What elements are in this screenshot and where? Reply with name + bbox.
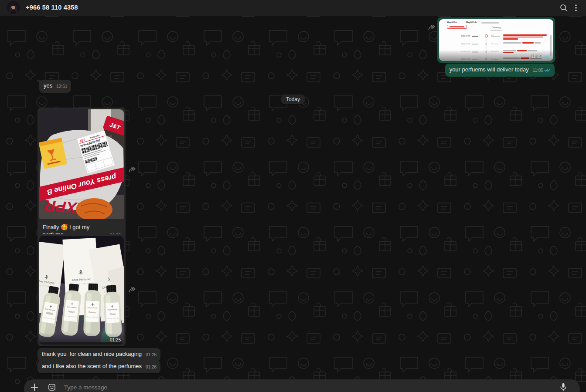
chat-header: +966 58 110 4358: [0, 0, 586, 16]
contact-phone-number[interactable]: +966 58 110 4358: [26, 4, 78, 11]
timestamp: 01:26: [146, 352, 157, 358]
package-photo-art: press Your Online B EXPR J&T J: [39, 109, 124, 219]
forward-message-icon[interactable]: [128, 165, 136, 174]
timestamp: 11:05: [533, 68, 551, 74]
message-text: yes: [44, 82, 52, 90]
message-text: thank you for clean and nice packaging: [42, 351, 142, 358]
tracking-tab-underline: [491, 30, 502, 31]
tracking-row: 2025-07-19 Delivering: [439, 34, 553, 41]
kebab-menu-icon[interactable]: [571, 3, 581, 13]
attach-plus-icon[interactable]: [29, 382, 40, 392]
bottle-label-name: Poison: [89, 311, 96, 314]
message-delivery-note[interactable]: your perfuems will deliver today 11:05: [445, 64, 555, 77]
tracking-description-bars: [503, 42, 548, 44]
message-input[interactable]: [64, 384, 554, 391]
timestamp: 01:25: [110, 337, 121, 343]
date-divider: Today: [281, 95, 305, 104]
message-package-photo[interactable]: press Your Online B EXPR J&T J: [37, 108, 126, 243]
tracking-center-status: Delivering: [439, 27, 553, 29]
bottle-label-brand: Chez Perfumer: [88, 307, 98, 309]
perfume-photo-image[interactable]: Chez Perfumer EAU DE PARFUM Chez Perfume…: [39, 236, 124, 345]
microphone-icon[interactable]: [558, 382, 569, 392]
timestamp: 01:26: [146, 364, 157, 370]
waybill-list-tab: Waybill list: [447, 21, 457, 24]
message-yes[interactable]: yes 12:51: [39, 80, 71, 93]
read-double-tick-icon: [544, 54, 550, 59]
message-thanks-packaging[interactable]: thank you for clean and nice packaging 0…: [37, 348, 160, 361]
avatar-photo: [7, 1, 20, 14]
tracking-row: 2025-07-19 In transit: [439, 41, 553, 48]
tracking-screenshot-image[interactable]: Waybill list Waybill Info Delivering 202…: [439, 19, 553, 61]
forward-message-icon[interactable]: [427, 23, 436, 32]
message-text: your perfuems will deliver today: [450, 66, 529, 74]
read-double-tick-icon: [544, 68, 551, 72]
tracking-date: 2025-07-19: [461, 35, 470, 37]
forward-message-icon[interactable]: [128, 285, 136, 294]
message-time-overlay: 11:05: [531, 54, 550, 59]
timestamp: 12:51: [56, 84, 67, 90]
message-tracking-screenshot[interactable]: Waybill list Waybill Info Delivering 202…: [437, 17, 555, 63]
tracking-status: Delivering: [491, 35, 500, 37]
message-composer: [24, 379, 580, 392]
tracking-dot-active: [485, 34, 488, 37]
message-perfume-photo[interactable]: Chez Perfumer EAU DE PARFUM Chez Perfume…: [37, 234, 126, 346]
whatsapp-chat-window: +966 58 110 4358 Waybill list Waybill In…: [0, 0, 586, 392]
tracking-description-bars: [503, 34, 548, 41]
contact-avatar[interactable]: [7, 1, 20, 14]
message-thanks-scent[interactable]: and i like also the scent of the perfume…: [37, 360, 160, 373]
timestamp: 11:05: [531, 54, 542, 59]
waybill-subtext-bar: [481, 22, 499, 24]
message-text: and i like also the scent of the perfume…: [42, 363, 142, 370]
bottle-label-name: Flora: [110, 313, 116, 316]
search-icon[interactable]: [559, 3, 569, 13]
package-photo-image[interactable]: press Your Online B EXPR J&T J: [39, 109, 124, 221]
tracking-dot: [485, 43, 487, 45]
tracking-status: In transit: [491, 43, 498, 45]
waybill-info-tab: Waybill Info: [466, 21, 477, 24]
sticker-emoji-icon[interactable]: [47, 382, 57, 392]
perfume-photo-art: Chez Perfumer EAU DE PARFUM Chez Perfume…: [39, 236, 124, 342]
message-time-overlay: 01:25: [110, 337, 121, 343]
tracking-date: 2025-07-19: [461, 43, 470, 45]
